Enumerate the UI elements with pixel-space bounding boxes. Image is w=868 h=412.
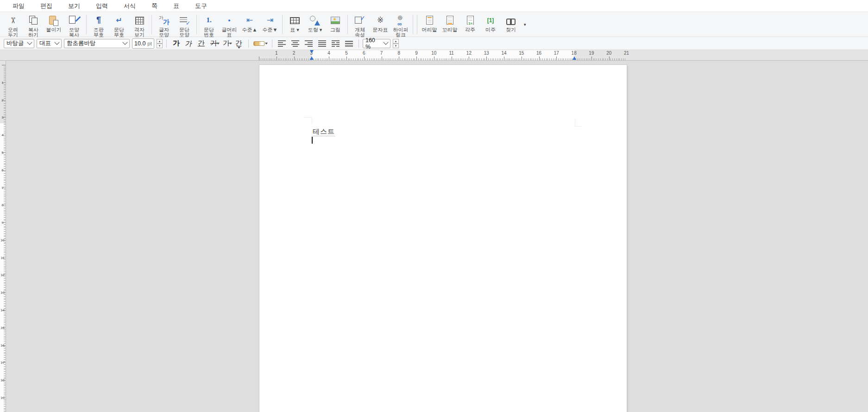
underline-button[interactable]: 간: [195, 38, 207, 49]
toolbar-button-label: 찾기: [506, 27, 516, 33]
toolbar-shapes-button[interactable]: 도형 ▾: [305, 13, 325, 36]
zoom-select[interactable]: 160 %: [363, 39, 390, 48]
highlight-button[interactable]: [252, 38, 268, 49]
style-select[interactable]: 바탕글: [4, 39, 34, 48]
font-select[interactable]: 함초롬바탕: [64, 39, 130, 48]
align-divide-button[interactable]: [343, 38, 355, 49]
align-center-button[interactable]: [289, 38, 301, 49]
zoom-up-button[interactable]: ▲: [393, 39, 399, 44]
toolbar-separator: [86, 15, 87, 34]
ruler-number: 14: [501, 51, 506, 56]
toolbar-format-copy-button[interactable]: 모양 복사: [64, 13, 84, 36]
toolbar-char-shape-button[interactable]: 글자 모양: [154, 13, 174, 36]
toolbar-char-map-button[interactable]: 문자표: [370, 13, 390, 36]
font-size-up-button[interactable]: ▲: [157, 39, 163, 44]
toolbar-footnote-button[interactable]: 각주: [460, 13, 480, 36]
ruler-number: 20: [606, 51, 611, 56]
header-icon: [423, 14, 435, 26]
ruler-number: 17: [0, 361, 5, 365]
menu-item[interactable]: 파일: [5, 0, 32, 12]
strikethrough-button[interactable]: 가: [208, 38, 220, 49]
document-page[interactable]: 테스트: [259, 65, 627, 412]
representative-select[interactable]: 대표: [37, 39, 62, 48]
menu-item[interactable]: 편집: [32, 0, 60, 12]
align-divide-icon: [345, 40, 353, 47]
first-line-indent-marker[interactable]: [310, 50, 314, 53]
align-distribute-icon: [332, 40, 340, 47]
align-justify-icon: [318, 40, 326, 47]
align-distribute-button[interactable]: [330, 38, 341, 49]
toolbar-bullet-button[interactable]: 글머리 표: [219, 13, 239, 36]
horizontal-ruler[interactable]: 123456789101112131415161718192021: [0, 50, 868, 61]
formatbar-separator: [272, 39, 272, 48]
toolbar-level-up-button[interactable]: 수준▲: [239, 13, 260, 36]
endnote-icon: [484, 14, 497, 26]
toolbar-para-mark-button[interactable]: 문단 부호: [109, 13, 129, 36]
formatbar-separator: [166, 39, 167, 48]
toolbar-hyperlink-button[interactable]: 하이퍼 링크: [390, 13, 411, 36]
toolbar-button-label: 오려 두기: [8, 27, 18, 38]
toolbar-button-label: 표 ▾: [290, 27, 299, 33]
toolbar-copy-button[interactable]: 복사 하기: [23, 13, 44, 36]
level-up-icon: [244, 14, 256, 26]
picture-icon: [329, 14, 341, 26]
menu-item[interactable]: 표: [165, 0, 187, 12]
menu-item[interactable]: 쪽: [144, 0, 165, 12]
toolbar-find-button[interactable]: 찾기: [501, 13, 521, 36]
char-spacing-button[interactable]: 간: [233, 38, 245, 49]
ruler-number: 12: [466, 51, 472, 56]
toolbar-grid-view-button[interactable]: 격자 보기: [129, 13, 150, 36]
toolbar-table-button[interactable]: 표 ▾: [284, 13, 305, 36]
vertical-ruler[interactable]: 12345678910111213141516171819: [0, 61, 6, 412]
toolbar-button-label: 꼬리말: [442, 27, 458, 33]
toolbar-paste-button[interactable]: 붙이기: [44, 13, 64, 36]
toolbar-separator: [347, 15, 348, 34]
char-map-icon: [374, 14, 386, 26]
ruler-number: 16: [0, 343, 5, 347]
ruler-number: 16: [536, 51, 541, 56]
menu-item[interactable]: 서식: [116, 0, 144, 12]
ruler-number: 15: [519, 51, 524, 56]
italic-button[interactable]: 가: [182, 38, 196, 49]
toolbar-picture-button[interactable]: 그림: [325, 13, 346, 36]
menu-item[interactable]: 입력: [88, 0, 116, 12]
format-toolbar: 바탕글 대표 함초롬바탕 10.0 pt ▲ ▼ 가가간가가간 16: [0, 37, 868, 50]
toolbar-typo-mark-button[interactable]: 조판 부호: [88, 13, 109, 36]
left-margin-marker[interactable]: [310, 57, 314, 60]
ruler-number: 10: [0, 238, 5, 242]
toolbar-level-down-button[interactable]: 수준▼: [260, 13, 280, 36]
toolbar-button-label: 하이퍼 링크: [393, 27, 409, 38]
toolbar-header-button[interactable]: 머리말: [419, 13, 440, 36]
toolbar-button-label: 미주: [485, 27, 496, 33]
ruler-number: 7: [380, 51, 383, 56]
toolbar-para-number-button[interactable]: 문단 번호: [199, 13, 219, 36]
ruler-number: 3: [0, 115, 5, 120]
toolbar-more-icon[interactable]: ▾: [524, 22, 526, 27]
cut-icon: [7, 14, 19, 26]
right-margin-marker[interactable]: [572, 57, 576, 60]
align-left-button[interactable]: [276, 38, 288, 49]
toolbar-button-label: 복사 하기: [28, 27, 38, 38]
toolbar-endnote-button[interactable]: 미주: [480, 13, 501, 36]
bold-button[interactable]: 가: [170, 38, 182, 49]
document-area: 테스트: [6, 61, 868, 412]
align-right-button[interactable]: [303, 38, 314, 49]
font-size-down-button[interactable]: ▼: [157, 44, 163, 48]
toolbar-separator: [196, 15, 197, 34]
zoom-down-button[interactable]: ▼: [393, 44, 399, 48]
align-justify-button[interactable]: [316, 38, 328, 49]
menu-item[interactable]: 도구: [187, 0, 215, 12]
ruler-number: 19: [0, 395, 5, 399]
font-select-value: 함초롬바탕: [67, 39, 96, 47]
font-size-field[interactable]: 10.0 pt: [132, 38, 154, 49]
toolbar-footer-button[interactable]: 꼬리말: [440, 13, 460, 36]
font-color-button[interactable]: 가: [220, 38, 232, 49]
toolbar-button-label: 붙이기: [46, 27, 62, 33]
toolbar-cut-button[interactable]: 오려 두기: [3, 13, 23, 36]
align-buttons: [276, 38, 355, 49]
ruler-number: 9: [0, 221, 5, 225]
menu-item[interactable]: 보기: [60, 0, 88, 12]
style-select-value: 바탕글: [6, 39, 24, 47]
toolbar-para-shape-button[interactable]: 문단 모양: [174, 13, 195, 36]
toolbar-object-props-button[interactable]: 개체 속성: [350, 13, 370, 36]
